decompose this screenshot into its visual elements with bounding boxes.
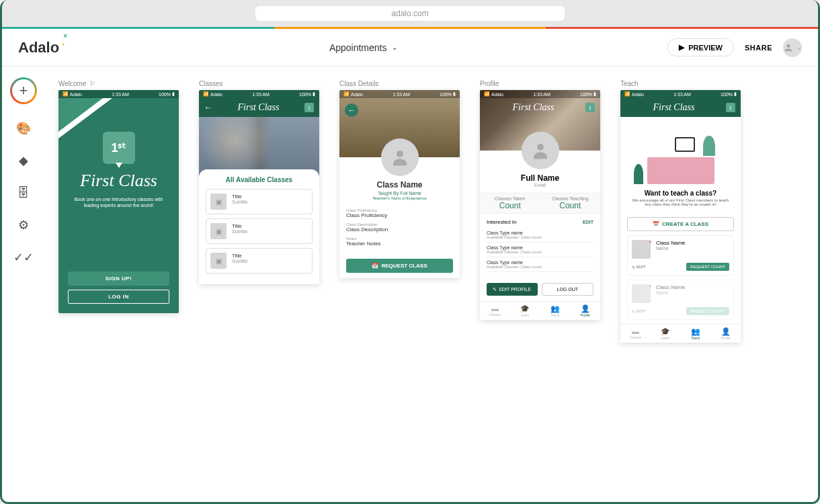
edit-profile-button[interactable]: ✎EDIT PROFILE xyxy=(487,283,538,296)
class-card[interactable]: ▣ TitleSubtitle xyxy=(206,248,313,274)
screen-label: Class Details xyxy=(339,80,460,87)
class-type-row[interactable]: Class Type nameAvailable Classes: Class … xyxy=(487,243,593,257)
request-class-button[interactable]: 📅REQUEST CLASS xyxy=(346,259,453,273)
status-bar: 📶Adalo 1:33 AM 100%▮ xyxy=(339,90,460,98)
image-icon xyxy=(632,240,651,259)
brand-title: First Class xyxy=(80,171,157,191)
screen-welcome[interactable]: 📶Adalo 1:33 AM 100%▮ 1ˢᵗ First Class Boo… xyxy=(58,90,179,313)
card-subtitle: Subtitle xyxy=(232,200,247,204)
tab-teach[interactable]: 👥Teach xyxy=(540,304,571,317)
screen-teach[interactable]: 📶Adalo 1:33 AM 100%▮ First Class 1 xyxy=(620,90,741,343)
back-arrow-icon[interactable]: ← xyxy=(204,103,212,112)
header-brand: First Class xyxy=(626,102,722,113)
card-title: Title xyxy=(232,223,247,229)
tagline: Book one-on-one introductory classes wit… xyxy=(58,196,179,208)
pencil-icon: ✎ xyxy=(632,309,635,314)
class-card[interactable]: ▣ TitleSubtitle xyxy=(206,189,313,214)
screen-classes[interactable]: 📶Adalo 1:33 AM 100%▮ ← First Class 1 All… xyxy=(199,90,319,284)
header-brand: First Class xyxy=(485,102,581,113)
image-icon: ▣ xyxy=(210,223,227,239)
image-icon: ▣ xyxy=(210,194,227,210)
project-dropdown[interactable]: Appointments ⌄ xyxy=(329,42,398,53)
browser-chrome: adalo.com xyxy=(2,0,818,27)
edit-button[interactable]: ✎EDIT xyxy=(632,309,646,314)
logout-button[interactable]: LOG OUT xyxy=(542,283,594,296)
tabbar: ▬Classes 🎓Learn 👥Teach 👤Profile xyxy=(620,324,741,343)
edit-button[interactable]: ✎EDIT xyxy=(632,265,646,269)
class-type-row[interactable]: Class Type nameAvailable Classes: Class … xyxy=(487,257,593,272)
play-icon: ▶ xyxy=(679,43,684,52)
share-button[interactable]: SHARE xyxy=(745,44,772,52)
svg-point-2 xyxy=(537,144,544,151)
teach-card[interactable]: Class NameName ✎EDIT REQUEST COUNT xyxy=(627,235,734,276)
screen-class-details[interactable]: 📶Adalo 1:33 AM 100%▮ ← Class Name Taught… xyxy=(339,90,460,278)
profile-avatar xyxy=(522,132,559,169)
card-name: Class Name xyxy=(656,284,686,290)
image-icon: ▣ xyxy=(210,253,227,269)
tab-profile[interactable]: 👤Profile xyxy=(710,327,741,340)
project-name: Appointments xyxy=(329,42,387,53)
teach-title: Want to teach a class? xyxy=(627,190,734,197)
gear-icon[interactable]: ⚙ xyxy=(15,217,32,233)
app-icon: 1ˢᵗ xyxy=(103,132,135,164)
login-button[interactable]: LOG IN xyxy=(68,290,169,304)
class-type-row[interactable]: Class Type nameAvailable Classes: Class … xyxy=(487,228,593,243)
signup-button[interactable]: SIGN UP! xyxy=(68,271,169,286)
status-bar: 📶Adalo 1:33 AM 100%▮ xyxy=(58,90,179,98)
screen-label: Classes xyxy=(199,80,319,87)
sidebar: + 🎨 ◆ 🗄 ⚙ ✓✓ xyxy=(2,67,45,502)
status-bar: 📶Adalo 1:33 AM 100%▮ xyxy=(480,90,600,98)
topbar: Adalo Appointments ⌄ ▶ PREVIEW SHARE ⌄ xyxy=(2,29,818,67)
chevron-down-icon: ⌄ xyxy=(796,44,802,51)
teach-card[interactable]: Class NameName ✎EDIT REQUEST COUNT xyxy=(627,280,734,320)
pencil-icon: ✎ xyxy=(632,265,635,269)
chevron-down-icon: ⌄ xyxy=(392,44,397,51)
palette-icon[interactable]: 🎨 xyxy=(15,120,32,136)
class-card[interactable]: ▣ TitleSubtitle xyxy=(206,218,313,244)
card-sub: Name xyxy=(656,246,686,251)
tab-teach[interactable]: 👥Teach xyxy=(681,327,711,340)
check-icon[interactable]: ✓✓ xyxy=(15,249,32,265)
tab-profile[interactable]: 👤Profile xyxy=(570,304,600,317)
create-class-button[interactable]: 📅CREATE A CLASS xyxy=(627,217,734,231)
class-name: Class Name xyxy=(339,180,460,190)
tab-classes[interactable]: ▬Classes xyxy=(620,327,651,340)
tab-classes[interactable]: ▬Classes xyxy=(480,304,510,317)
hero-image xyxy=(199,117,319,177)
card-subtitle: Subtitle xyxy=(232,259,247,263)
card-name: Class Name xyxy=(656,240,686,246)
add-button[interactable]: + xyxy=(10,77,37,104)
svg-point-1 xyxy=(397,151,403,157)
header-app-icon: 1 xyxy=(585,103,595,112)
screen-profile[interactable]: 📶Adalo 1:33 AM 100%▮ First Class 1 Full … xyxy=(480,90,600,320)
section-title: All Available Classes xyxy=(206,176,313,183)
layers-icon[interactable]: ◆ xyxy=(15,153,32,169)
preview-button[interactable]: ▶ PREVIEW xyxy=(667,38,734,56)
stat-teaching: Classes TeachingCount xyxy=(540,194,601,213)
edit-link[interactable]: EDIT xyxy=(583,220,593,224)
screen-label: Profile xyxy=(480,80,600,87)
canvas[interactable]: Welcome ⚐ 📶Adalo 1:33 AM 100%▮ 1ˢᵗ First… xyxy=(45,67,818,502)
user-menu[interactable]: ⌄ xyxy=(783,38,802,57)
tab-learn[interactable]: 🎓Learn xyxy=(510,304,540,317)
stat-taken: Classes TakenCount xyxy=(480,194,540,213)
taught-by: Taught By Full Name xyxy=(339,191,460,196)
email: Email xyxy=(480,183,600,187)
calendar-icon: 📅 xyxy=(372,263,378,269)
svg-point-0 xyxy=(786,44,790,47)
back-button[interactable]: ← xyxy=(345,103,358,117)
logo: Adalo xyxy=(18,39,59,56)
request-count-button[interactable]: REQUEST COUNT xyxy=(686,263,729,271)
database-icon[interactable]: 🗄 xyxy=(15,185,32,201)
request-count-button[interactable]: REQUEST COUNT xyxy=(686,307,729,315)
header-app-icon: 1 xyxy=(726,103,735,112)
field-value: Teacher Notes xyxy=(346,241,453,247)
tab-learn[interactable]: 🎓Learn xyxy=(651,327,681,340)
url-bar[interactable]: adalo.com xyxy=(255,6,565,21)
card-subtitle: Subtitle xyxy=(232,229,247,234)
status-bar: 📶Adalo 1:33 AM 100%▮ xyxy=(199,90,319,98)
preview-label: PREVIEW xyxy=(688,44,723,52)
tabbar: ▬Classes 🎓Learn 👥Teach 👤Profile xyxy=(480,301,600,320)
teacher-avatar xyxy=(381,138,419,176)
card-title: Title xyxy=(232,253,247,259)
